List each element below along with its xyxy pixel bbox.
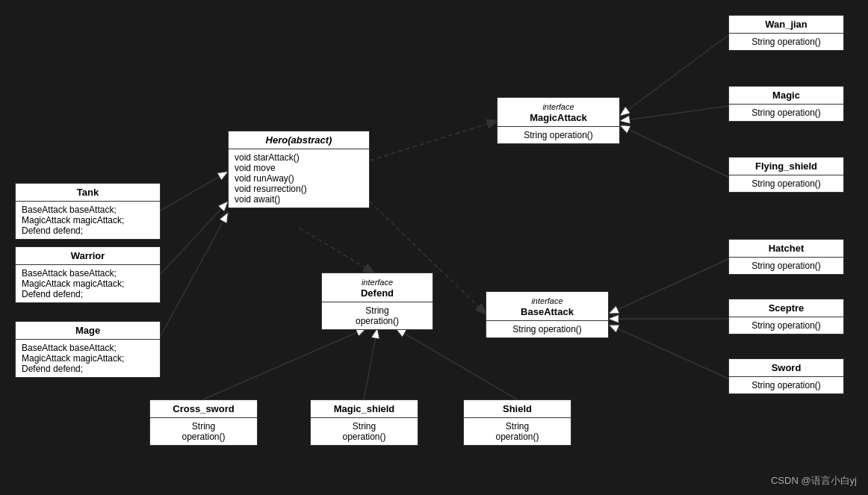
wan-jian-box: Wan_jian String operation() bbox=[728, 15, 844, 51]
svg-line-3 bbox=[161, 202, 228, 274]
warrior-box: Warrior BaseAttack baseAttack;MagicAttac… bbox=[15, 246, 161, 303]
sceptre-body: String operation() bbox=[729, 317, 843, 334]
cross-sword-box: Cross_sword Stringoperation() bbox=[149, 399, 258, 446]
defend-body: Stringoperation() bbox=[322, 302, 433, 329]
cross-sword-header: Cross_sword bbox=[150, 400, 257, 418]
base-attack-box: interface BaseAttack String operation() bbox=[486, 291, 609, 338]
hatchet-body: String operation() bbox=[729, 258, 843, 274]
wan-jian-header: Wan_jian bbox=[729, 16, 843, 34]
tank-body: BaseAttack baseAttack;MagicAttack magicA… bbox=[16, 202, 160, 239]
flying-shield-header: Flying_shield bbox=[729, 158, 843, 175]
magic-attack-header: interface MagicAttack bbox=[497, 98, 619, 127]
hero-box: Hero(abstract) void starAttack()void mov… bbox=[228, 131, 370, 208]
sword-box: Sword String operation() bbox=[728, 358, 844, 394]
defend-header: interface Defend bbox=[322, 273, 433, 302]
flying-shield-box: Flying_shield String operation() bbox=[728, 157, 844, 193]
watermark: CSDN @语言小白yj bbox=[771, 474, 857, 488]
mage-body: BaseAttack baseAttack;MagicAttack magicA… bbox=[16, 340, 160, 377]
shield-box: Shield Stringoperation() bbox=[463, 399, 571, 446]
sword-body: String operation() bbox=[729, 377, 843, 393]
svg-line-5 bbox=[370, 121, 497, 161]
svg-line-2 bbox=[161, 172, 228, 211]
hero-header: Hero(abstract) bbox=[229, 131, 369, 149]
svg-line-4 bbox=[161, 213, 228, 336]
tank-box: Tank BaseAttack baseAttack;MagicAttack m… bbox=[15, 183, 161, 240]
mage-header: Mage bbox=[16, 322, 160, 340]
sceptre-header: Sceptre bbox=[729, 299, 843, 317]
shield-body: Stringoperation() bbox=[464, 418, 571, 445]
magic-attack-box: interface MagicAttack String operation() bbox=[497, 97, 620, 144]
svg-line-15 bbox=[364, 329, 377, 399]
hatchet-box: Hatchet String operation() bbox=[728, 239, 844, 275]
hero-body: void starAttack()void movevoid runAway()… bbox=[229, 149, 369, 208]
base-attack-header: interface BaseAttack bbox=[486, 292, 608, 321]
magic-attack-body: String operation() bbox=[497, 127, 619, 143]
hatchet-header: Hatchet bbox=[729, 240, 843, 258]
magic-body: String operation() bbox=[729, 105, 843, 121]
cross-sword-body: Stringoperation() bbox=[150, 418, 257, 445]
svg-line-10 bbox=[620, 125, 728, 177]
magic-header: Magic bbox=[729, 87, 843, 105]
wan-jian-body: String operation() bbox=[729, 34, 843, 50]
svg-line-14 bbox=[203, 329, 366, 399]
svg-line-6 bbox=[299, 228, 373, 273]
svg-line-13 bbox=[609, 325, 728, 379]
sceptre-box: Sceptre String operation() bbox=[728, 299, 844, 334]
magic-shield-body: Stringoperation() bbox=[311, 418, 418, 445]
defend-box: interface Defend Stringoperation() bbox=[321, 273, 433, 330]
warrior-header: Warrior bbox=[16, 247, 160, 265]
sword-header: Sword bbox=[729, 359, 843, 377]
diagram-container: Hero(abstract) void starAttack()void mov… bbox=[0, 0, 868, 495]
flying-shield-body: String operation() bbox=[729, 175, 843, 192]
magic-box: Magic String operation() bbox=[728, 86, 844, 122]
svg-line-16 bbox=[396, 329, 517, 399]
mage-box: Mage BaseAttack baseAttack;MagicAttack m… bbox=[15, 321, 161, 378]
magic-shield-box: Magic_shield Stringoperation() bbox=[310, 399, 418, 446]
svg-line-8 bbox=[620, 35, 728, 116]
svg-line-11 bbox=[609, 259, 728, 314]
warrior-body: BaseAttack baseAttack;MagicAttack magicA… bbox=[16, 265, 160, 302]
shield-header: Shield bbox=[464, 400, 571, 418]
base-attack-body: String operation() bbox=[486, 321, 608, 337]
svg-line-9 bbox=[620, 106, 728, 121]
tank-header: Tank bbox=[16, 184, 160, 202]
magic-shield-header: Magic_shield bbox=[311, 400, 418, 418]
